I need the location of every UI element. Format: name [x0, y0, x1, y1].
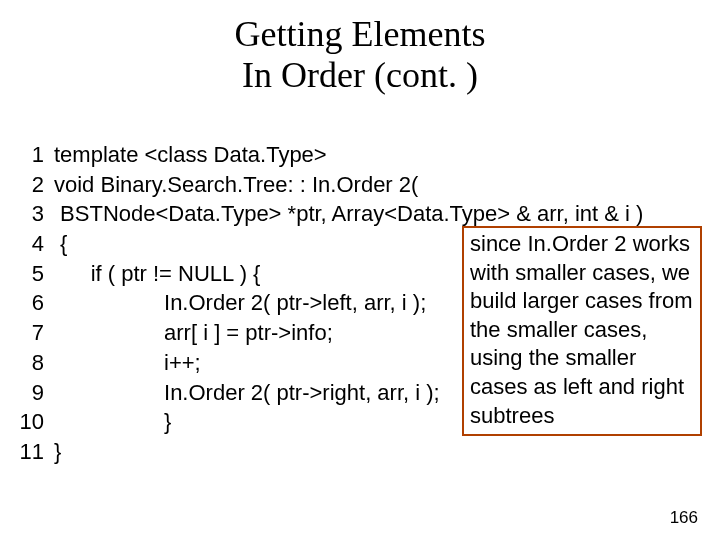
- title-line-1: Getting Elements: [0, 14, 720, 55]
- code-line: 2void Binary.Search.Tree: : In.Order 2(: [14, 170, 643, 200]
- annotation-text: since In.Order 2 works with smaller case…: [470, 231, 693, 428]
- slide-title: Getting Elements In Order (cont. ): [0, 0, 720, 97]
- title-line-2: In Order (cont. ): [0, 55, 720, 96]
- page-number: 166: [670, 508, 698, 528]
- code-line: 11}: [14, 437, 643, 467]
- annotation-box: since In.Order 2 works with smaller case…: [462, 226, 702, 436]
- slide: Getting Elements In Order (cont. ) 1temp…: [0, 0, 720, 540]
- code-line: 3 BSTNode<Data.Type> *ptr, Array<Data.Ty…: [14, 199, 643, 229]
- code-line: 1template <class Data.Type>: [14, 140, 643, 170]
